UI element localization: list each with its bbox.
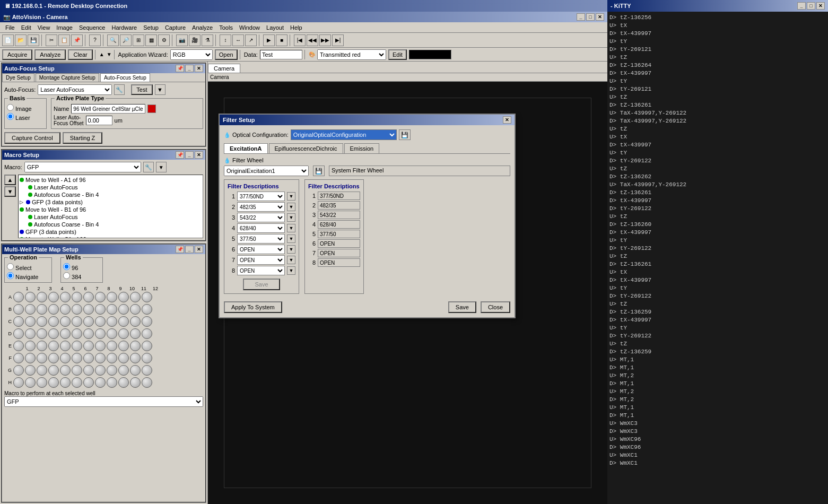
- macro-down-btn[interactable]: ▼: [4, 186, 16, 197]
- menu-layout[interactable]: Layout: [263, 24, 287, 31]
- well-B8[interactable]: [95, 304, 106, 315]
- laser-offset-input[interactable]: [86, 116, 112, 125]
- well-H4[interactable]: [48, 377, 59, 388]
- well-C4[interactable]: [48, 316, 59, 327]
- af-config-icon[interactable]: 🔧: [114, 84, 125, 95]
- well-B5[interactable]: [60, 304, 71, 315]
- kitty-content[interactable]: D> tZ-136256U> tXD> tX-439997U> tYD> tY-…: [607, 12, 828, 504]
- tb-copy[interactable]: 📋: [58, 34, 70, 46]
- filter-right-input-8[interactable]: [318, 258, 360, 267]
- macro-controls[interactable]: 📌 _ ✕: [176, 151, 203, 159]
- well-G5[interactable]: [60, 365, 71, 376]
- filter-left-select-6[interactable]: OPEN: [237, 245, 285, 254]
- wells-96-radio[interactable]: [63, 263, 70, 270]
- apply-to-system-btn[interactable]: Apply To System: [224, 301, 282, 313]
- app-minimize-btn[interactable]: _: [577, 13, 585, 21]
- filter-tab-excitation[interactable]: ExcitationA: [224, 143, 268, 153]
- wp-controls[interactable]: 📌 _ ✕: [176, 246, 203, 253]
- filter-left-select-3[interactable]: 543/22: [237, 213, 285, 222]
- macro-up-btn[interactable]: ▲: [4, 175, 16, 185]
- menu-view[interactable]: View: [34, 24, 54, 31]
- well-B10[interactable]: [118, 304, 129, 315]
- well-D1[interactable]: [13, 328, 24, 339]
- filter-right-input-6[interactable]: [318, 239, 360, 248]
- kitty-controls[interactable]: _ □ ✕: [797, 2, 825, 10]
- filter-left-btn-4[interactable]: ▼: [287, 224, 295, 232]
- navigate-label[interactable]: Navigate: [7, 272, 49, 280]
- well-D7[interactable]: [83, 328, 94, 339]
- well-E7[interactable]: [83, 341, 94, 351]
- well-A3[interactable]: [37, 292, 47, 302]
- macro-close[interactable]: ✕: [195, 151, 203, 159]
- clear-btn[interactable]: Clear: [68, 49, 92, 60]
- well-C9[interactable]: [107, 316, 117, 327]
- well-F3[interactable]: [37, 353, 47, 363]
- well-B12[interactable]: [142, 304, 152, 315]
- well-A1[interactable]: [13, 292, 24, 302]
- well-F2[interactable]: [25, 353, 36, 363]
- menu-file[interactable]: File: [2, 24, 18, 31]
- filter-left-select-5[interactable]: 377/50: [237, 234, 285, 244]
- well-G4[interactable]: [48, 365, 59, 376]
- plate-color-btn[interactable]: [147, 105, 156, 113]
- filter-tab-epifluorescence[interactable]: EpifluorescenceDichroic: [269, 143, 343, 153]
- well-E1[interactable]: [13, 341, 24, 351]
- well-G12[interactable]: [142, 365, 152, 376]
- well-F5[interactable]: [60, 353, 71, 363]
- well-E12[interactable]: [142, 341, 152, 351]
- menu-sequence[interactable]: Sequence: [76, 24, 109, 31]
- well-G11[interactable]: [130, 365, 141, 376]
- filter-left-btn-5[interactable]: ▼: [287, 234, 295, 243]
- well-B1[interactable]: [13, 304, 24, 315]
- well-F12[interactable]: [142, 353, 152, 363]
- well-G9[interactable]: [107, 365, 117, 376]
- well-A9[interactable]: [107, 292, 117, 302]
- macro-minimize[interactable]: _: [185, 151, 194, 159]
- well-B4[interactable]: [48, 304, 59, 315]
- well-D4[interactable]: [48, 328, 59, 339]
- select-radio[interactable]: [7, 263, 14, 270]
- tab-montage[interactable]: Montage Capture Setup: [36, 73, 99, 82]
- basis-image-label[interactable]: Image: [7, 104, 44, 112]
- filter-right-input-1[interactable]: [318, 192, 360, 200]
- well-H11[interactable]: [130, 377, 141, 388]
- filter-left-select-8[interactable]: OPEN: [237, 266, 285, 275]
- well-D8[interactable]: [95, 328, 106, 339]
- wp-close[interactable]: ✕: [195, 246, 203, 253]
- filter-right-input-7[interactable]: [318, 249, 360, 257]
- filter-save-btn[interactable]: Save: [243, 279, 280, 290]
- well-C5[interactable]: [60, 316, 71, 327]
- af-select[interactable]: Laser AutoFocus: [38, 84, 112, 95]
- well-A12[interactable]: [142, 292, 152, 302]
- filter-right-input-2[interactable]: [318, 201, 360, 210]
- well-H2[interactable]: [25, 377, 36, 388]
- menu-capture[interactable]: Capture: [162, 24, 189, 31]
- filter-left-select-7[interactable]: OPEN: [237, 255, 285, 265]
- filter-right-input-5[interactable]: [318, 230, 360, 238]
- well-C8[interactable]: [95, 316, 106, 327]
- well-F1[interactable]: [13, 353, 24, 363]
- well-B7[interactable]: [83, 304, 94, 315]
- well-H3[interactable]: [37, 377, 47, 388]
- basis-laser-radio[interactable]: [7, 113, 14, 120]
- tb-new[interactable]: 📄: [2, 34, 14, 46]
- tb-save[interactable]: 💾: [28, 34, 39, 46]
- filter-close-btn[interactable]: Close: [481, 301, 510, 313]
- well-A11[interactable]: [130, 292, 141, 302]
- filter-right-input-3[interactable]: [318, 211, 360, 219]
- well-A5[interactable]: [60, 292, 71, 302]
- well-A10[interactable]: [118, 292, 129, 302]
- well-E11[interactable]: [130, 341, 141, 351]
- filter-right-input-4[interactable]: [318, 220, 360, 229]
- filter-left-btn-1[interactable]: ▼: [287, 192, 295, 201]
- navigate-radio[interactable]: [7, 272, 14, 279]
- well-E3[interactable]: [37, 341, 47, 351]
- filter-save-bottom-btn[interactable]: Save: [448, 301, 476, 313]
- tb-cut[interactable]: ✂: [46, 34, 57, 46]
- menu-setup[interactable]: Setup: [140, 24, 162, 31]
- tb-settings[interactable]: ⚙: [158, 34, 170, 46]
- tb-zoom-out[interactable]: 🔎: [120, 34, 132, 46]
- open-btn[interactable]: Open: [215, 49, 238, 60]
- well-D10[interactable]: [118, 328, 129, 339]
- menu-window[interactable]: Window: [236, 24, 263, 31]
